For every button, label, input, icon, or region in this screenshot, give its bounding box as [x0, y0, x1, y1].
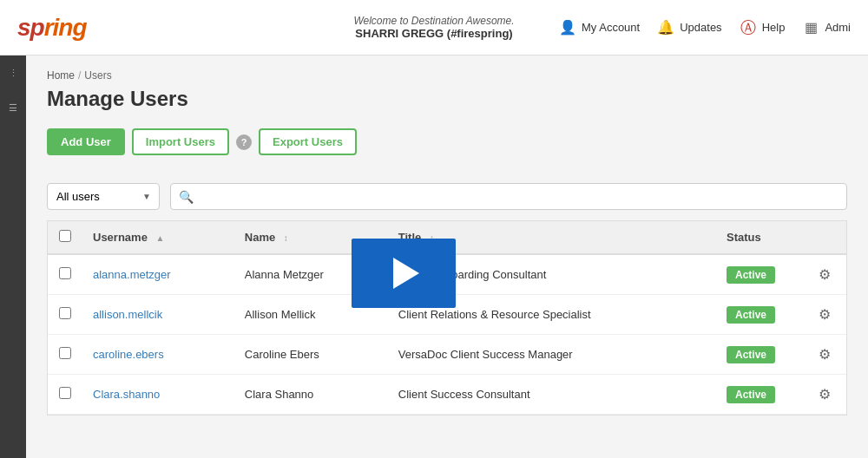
welcome-block: Welcome to Destination Awesome. SHARRI G…: [353, 15, 514, 40]
logo: spring: [17, 14, 87, 42]
grid-icon: ▦: [802, 19, 819, 36]
username-column-header[interactable]: Username ▲: [82, 221, 234, 254]
row-checkbox-cell: [48, 335, 82, 375]
row-status-0: Active: [716, 254, 803, 295]
row-actions-0: ⚙: [803, 254, 846, 295]
nav-actions: 👤 My Account 🔔 Updates Ⓐ Help ▦ Admi: [559, 19, 851, 36]
breadcrumb-current: Users: [84, 69, 111, 82]
username-link-2[interactable]: caroline.ebers: [93, 348, 164, 361]
username-link-1[interactable]: allison.mellcik: [93, 308, 162, 321]
gear-button-3[interactable]: ⚙: [813, 384, 836, 404]
row-checkbox-cell: [48, 295, 82, 335]
row-checkbox-cell: [48, 375, 82, 415]
breadcrumb-sep: /: [78, 69, 81, 82]
row-checkbox-cell: [48, 254, 82, 295]
row-checkbox-1[interactable]: [59, 307, 71, 319]
main-content: Home / Users Manage Users Add User Impor…: [26, 56, 868, 458]
sidebar: ⋮ ☰: [0, 56, 26, 458]
export-users-button[interactable]: Export Users: [259, 128, 357, 155]
help-nav[interactable]: Ⓐ Help: [740, 19, 786, 36]
user-filter-select[interactable]: All users: [47, 183, 160, 210]
status-col-label: Status: [727, 231, 761, 244]
name-col-label: Name: [245, 231, 275, 244]
import-users-button[interactable]: Import Users: [132, 128, 229, 155]
username-col-label: Username: [93, 231, 148, 244]
page-title: Manage Users: [47, 87, 847, 111]
updates-label: Updates: [680, 21, 721, 34]
search-wrapper: 🔍: [170, 183, 847, 210]
row-checkbox-0[interactable]: [59, 267, 71, 279]
status-badge-2: Active: [727, 346, 775, 363]
bell-icon: 🔔: [657, 19, 674, 36]
my-account-nav[interactable]: 👤 My Account: [559, 19, 640, 36]
admin-label: Admi: [825, 21, 851, 34]
table-row: Clara.shanno Clara Shanno Client Success…: [48, 375, 846, 415]
select-all-header: [48, 221, 82, 254]
help-icon-small[interactable]: ?: [236, 134, 252, 150]
search-icon: 🔍: [179, 190, 194, 204]
row-username-0: alanna.metzger: [82, 254, 234, 295]
username-link-3[interactable]: Clara.shanno: [93, 388, 160, 401]
play-icon: [393, 258, 419, 289]
filter-bar: All users ▼ 🔍: [47, 173, 847, 210]
status-column-header: Status: [716, 221, 803, 254]
row-checkbox-2[interactable]: [59, 347, 71, 359]
search-input[interactable]: [170, 183, 847, 210]
top-navigation: spring Welcome to Destination Awesome. S…: [0, 0, 868, 56]
row-status-3: Active: [716, 375, 803, 415]
welcome-text: Welcome to Destination Awesome.: [353, 15, 514, 27]
add-user-button[interactable]: Add User: [47, 128, 125, 155]
row-title-2: VersaDoc Client Success Manager: [388, 335, 716, 375]
row-actions-1: ⚙: [803, 295, 846, 335]
video-overlay[interactable]: [352, 239, 456, 308]
logo-text: spring: [17, 14, 87, 42]
row-actions-3: ⚙: [803, 375, 846, 415]
help-label: Help: [762, 21, 786, 34]
status-badge-1: Active: [727, 306, 775, 324]
breadcrumb-home[interactable]: Home: [47, 69, 75, 82]
updates-nav[interactable]: 🔔 Updates: [657, 19, 721, 36]
row-actions-2: ⚙: [803, 335, 846, 375]
row-name-2: Caroline Ebers: [234, 335, 388, 375]
person-icon: 👤: [559, 19, 576, 36]
sidebar-item-1[interactable]: ⋮: [0, 56, 26, 90]
row-username-3: Clara.shanno: [82, 375, 234, 415]
gear-button-1[interactable]: ⚙: [813, 304, 836, 324]
row-checkbox-3[interactable]: [59, 387, 71, 399]
my-account-label: My Account: [582, 21, 640, 34]
row-username-2: caroline.ebers: [82, 335, 234, 375]
row-title-3: Client Success Consultant: [388, 375, 716, 415]
sort-icon-name: ↕: [284, 233, 288, 243]
filter-select-wrapper: All users ▼: [47, 183, 160, 210]
row-status-1: Active: [716, 295, 803, 335]
welcome-username: SHARRI GREGG (#firespring): [353, 27, 514, 40]
sort-icon-username: ▲: [156, 233, 165, 243]
main-layout: ⋮ ☰ Home / Users Manage Users Add User I…: [0, 56, 868, 458]
username-link-0[interactable]: alanna.metzger: [93, 268, 171, 281]
table-row: caroline.ebers Caroline Ebers VersaDoc C…: [48, 335, 846, 375]
gear-button-2[interactable]: ⚙: [813, 344, 836, 364]
select-all-checkbox[interactable]: [59, 230, 71, 242]
row-name-3: Clara Shanno: [234, 375, 388, 415]
users-table-container: Username ▲ Name ↕ Title ↕ Status: [47, 220, 847, 415]
admin-nav[interactable]: ▦ Admi: [802, 19, 851, 36]
sidebar-item-2[interactable]: ☰: [0, 90, 26, 125]
row-username-1: allison.mellcik: [82, 295, 234, 335]
status-badge-3: Active: [727, 386, 775, 403]
help-icon: Ⓐ: [740, 19, 757, 36]
breadcrumb: Home / Users: [47, 69, 847, 82]
actions-column-header: [803, 221, 846, 254]
status-badge-0: Active: [727, 266, 775, 284]
row-status-2: Active: [716, 335, 803, 375]
action-buttons: Add User Import Users ? Export Users: [47, 128, 847, 155]
gear-button-0[interactable]: ⚙: [813, 265, 836, 285]
